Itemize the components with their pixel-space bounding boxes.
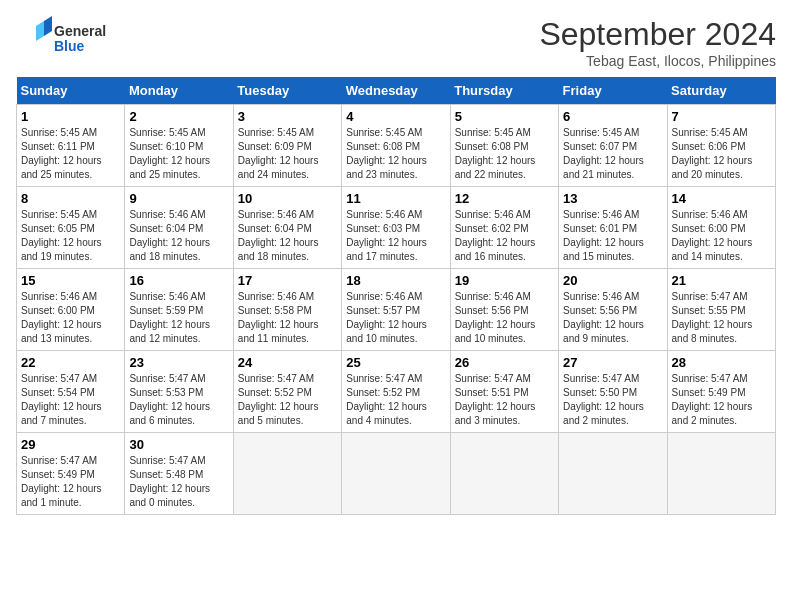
calendar-cell: 21 Sunrise: 5:47 AMSunset: 5:55 PMDaylig…	[667, 269, 775, 351]
day-number: 4	[346, 109, 445, 124]
calendar-cell: 20 Sunrise: 5:46 AMSunset: 5:56 PMDaylig…	[559, 269, 667, 351]
col-friday: Friday	[559, 77, 667, 105]
day-number: 1	[21, 109, 120, 124]
calendar-table: Sunday Monday Tuesday Wednesday Thursday…	[16, 77, 776, 515]
day-info: Sunrise: 5:47 AMSunset: 5:51 PMDaylight:…	[455, 372, 554, 428]
calendar-cell: 3 Sunrise: 5:45 AMSunset: 6:09 PMDayligh…	[233, 105, 341, 187]
day-number: 20	[563, 273, 662, 288]
day-info: Sunrise: 5:46 AMSunset: 5:56 PMDaylight:…	[563, 290, 662, 346]
calendar-cell: 2 Sunrise: 5:45 AMSunset: 6:10 PMDayligh…	[125, 105, 233, 187]
day-info: Sunrise: 5:45 AMSunset: 6:10 PMDaylight:…	[129, 126, 228, 182]
calendar-cell: 26 Sunrise: 5:47 AMSunset: 5:51 PMDaylig…	[450, 351, 558, 433]
day-number: 24	[238, 355, 337, 370]
day-info: Sunrise: 5:47 AMSunset: 5:55 PMDaylight:…	[672, 290, 771, 346]
location-subtitle: Tebag East, Ilocos, Philippines	[539, 53, 776, 69]
day-number: 22	[21, 355, 120, 370]
day-number: 10	[238, 191, 337, 206]
day-info: Sunrise: 5:46 AMSunset: 6:04 PMDaylight:…	[129, 208, 228, 264]
day-info: Sunrise: 5:47 AMSunset: 5:52 PMDaylight:…	[346, 372, 445, 428]
day-number: 15	[21, 273, 120, 288]
svg-text:Blue: Blue	[54, 38, 85, 54]
day-number: 17	[238, 273, 337, 288]
day-info: Sunrise: 5:45 AMSunset: 6:09 PMDaylight:…	[238, 126, 337, 182]
calendar-cell: 7 Sunrise: 5:45 AMSunset: 6:06 PMDayligh…	[667, 105, 775, 187]
day-number: 18	[346, 273, 445, 288]
day-info: Sunrise: 5:47 AMSunset: 5:49 PMDaylight:…	[21, 454, 120, 510]
calendar-cell	[559, 433, 667, 515]
calendar-cell: 10 Sunrise: 5:46 AMSunset: 6:04 PMDaylig…	[233, 187, 341, 269]
col-sunday: Sunday	[17, 77, 125, 105]
day-info: Sunrise: 5:46 AMSunset: 6:04 PMDaylight:…	[238, 208, 337, 264]
col-thursday: Thursday	[450, 77, 558, 105]
calendar-cell	[342, 433, 450, 515]
calendar-cell: 28 Sunrise: 5:47 AMSunset: 5:49 PMDaylig…	[667, 351, 775, 433]
day-number: 6	[563, 109, 662, 124]
calendar-cell: 25 Sunrise: 5:47 AMSunset: 5:52 PMDaylig…	[342, 351, 450, 433]
day-info: Sunrise: 5:46 AMSunset: 5:59 PMDaylight:…	[129, 290, 228, 346]
day-number: 28	[672, 355, 771, 370]
col-monday: Monday	[125, 77, 233, 105]
day-info: Sunrise: 5:47 AMSunset: 5:53 PMDaylight:…	[129, 372, 228, 428]
day-number: 14	[672, 191, 771, 206]
col-wednesday: Wednesday	[342, 77, 450, 105]
logo: General Blue	[16, 16, 136, 61]
calendar-week-4: 22 Sunrise: 5:47 AMSunset: 5:54 PMDaylig…	[17, 351, 776, 433]
header-row: Sunday Monday Tuesday Wednesday Thursday…	[17, 77, 776, 105]
day-number: 9	[129, 191, 228, 206]
day-number: 13	[563, 191, 662, 206]
day-info: Sunrise: 5:46 AMSunset: 5:56 PMDaylight:…	[455, 290, 554, 346]
day-info: Sunrise: 5:45 AMSunset: 6:05 PMDaylight:…	[21, 208, 120, 264]
calendar-cell: 8 Sunrise: 5:45 AMSunset: 6:05 PMDayligh…	[17, 187, 125, 269]
day-number: 21	[672, 273, 771, 288]
calendar-week-2: 8 Sunrise: 5:45 AMSunset: 6:05 PMDayligh…	[17, 187, 776, 269]
calendar-cell: 23 Sunrise: 5:47 AMSunset: 5:53 PMDaylig…	[125, 351, 233, 433]
day-info: Sunrise: 5:47 AMSunset: 5:54 PMDaylight:…	[21, 372, 120, 428]
calendar-cell: 12 Sunrise: 5:46 AMSunset: 6:02 PMDaylig…	[450, 187, 558, 269]
day-number: 19	[455, 273, 554, 288]
calendar-cell: 17 Sunrise: 5:46 AMSunset: 5:58 PMDaylig…	[233, 269, 341, 351]
day-info: Sunrise: 5:45 AMSunset: 6:08 PMDaylight:…	[346, 126, 445, 182]
calendar-cell: 6 Sunrise: 5:45 AMSunset: 6:07 PMDayligh…	[559, 105, 667, 187]
calendar-cell	[667, 433, 775, 515]
title-area: September 2024 Tebag East, Ilocos, Phili…	[539, 16, 776, 69]
day-number: 27	[563, 355, 662, 370]
calendar-cell	[450, 433, 558, 515]
day-number: 29	[21, 437, 120, 452]
day-number: 5	[455, 109, 554, 124]
day-number: 23	[129, 355, 228, 370]
day-info: Sunrise: 5:47 AMSunset: 5:50 PMDaylight:…	[563, 372, 662, 428]
calendar-week-5: 29 Sunrise: 5:47 AMSunset: 5:49 PMDaylig…	[17, 433, 776, 515]
header: General Blue September 2024 Tebag East, …	[16, 16, 776, 69]
day-number: 26	[455, 355, 554, 370]
day-number: 8	[21, 191, 120, 206]
day-number: 3	[238, 109, 337, 124]
day-info: Sunrise: 5:45 AMSunset: 6:07 PMDaylight:…	[563, 126, 662, 182]
svg-marker-3	[36, 21, 44, 41]
calendar-cell: 13 Sunrise: 5:46 AMSunset: 6:01 PMDaylig…	[559, 187, 667, 269]
calendar-week-3: 15 Sunrise: 5:46 AMSunset: 6:00 PMDaylig…	[17, 269, 776, 351]
calendar-cell: 9 Sunrise: 5:46 AMSunset: 6:04 PMDayligh…	[125, 187, 233, 269]
calendar-cell: 22 Sunrise: 5:47 AMSunset: 5:54 PMDaylig…	[17, 351, 125, 433]
calendar-cell: 19 Sunrise: 5:46 AMSunset: 5:56 PMDaylig…	[450, 269, 558, 351]
calendar-cell: 29 Sunrise: 5:47 AMSunset: 5:49 PMDaylig…	[17, 433, 125, 515]
calendar-body: 1 Sunrise: 5:45 AMSunset: 6:11 PMDayligh…	[17, 105, 776, 515]
calendar-cell: 30 Sunrise: 5:47 AMSunset: 5:48 PMDaylig…	[125, 433, 233, 515]
day-info: Sunrise: 5:46 AMSunset: 6:02 PMDaylight:…	[455, 208, 554, 264]
calendar-cell: 4 Sunrise: 5:45 AMSunset: 6:08 PMDayligh…	[342, 105, 450, 187]
col-saturday: Saturday	[667, 77, 775, 105]
calendar-cell: 18 Sunrise: 5:46 AMSunset: 5:57 PMDaylig…	[342, 269, 450, 351]
calendar-cell: 11 Sunrise: 5:46 AMSunset: 6:03 PMDaylig…	[342, 187, 450, 269]
day-info: Sunrise: 5:46 AMSunset: 6:00 PMDaylight:…	[672, 208, 771, 264]
calendar-cell: 24 Sunrise: 5:47 AMSunset: 5:52 PMDaylig…	[233, 351, 341, 433]
month-title: September 2024	[539, 16, 776, 53]
day-info: Sunrise: 5:45 AMSunset: 6:11 PMDaylight:…	[21, 126, 120, 182]
day-info: Sunrise: 5:46 AMSunset: 5:58 PMDaylight:…	[238, 290, 337, 346]
day-number: 30	[129, 437, 228, 452]
day-number: 16	[129, 273, 228, 288]
day-info: Sunrise: 5:47 AMSunset: 5:49 PMDaylight:…	[672, 372, 771, 428]
calendar-cell: 1 Sunrise: 5:45 AMSunset: 6:11 PMDayligh…	[17, 105, 125, 187]
calendar-cell: 14 Sunrise: 5:46 AMSunset: 6:00 PMDaylig…	[667, 187, 775, 269]
day-info: Sunrise: 5:45 AMSunset: 6:06 PMDaylight:…	[672, 126, 771, 182]
calendar-cell	[233, 433, 341, 515]
day-info: Sunrise: 5:47 AMSunset: 5:52 PMDaylight:…	[238, 372, 337, 428]
